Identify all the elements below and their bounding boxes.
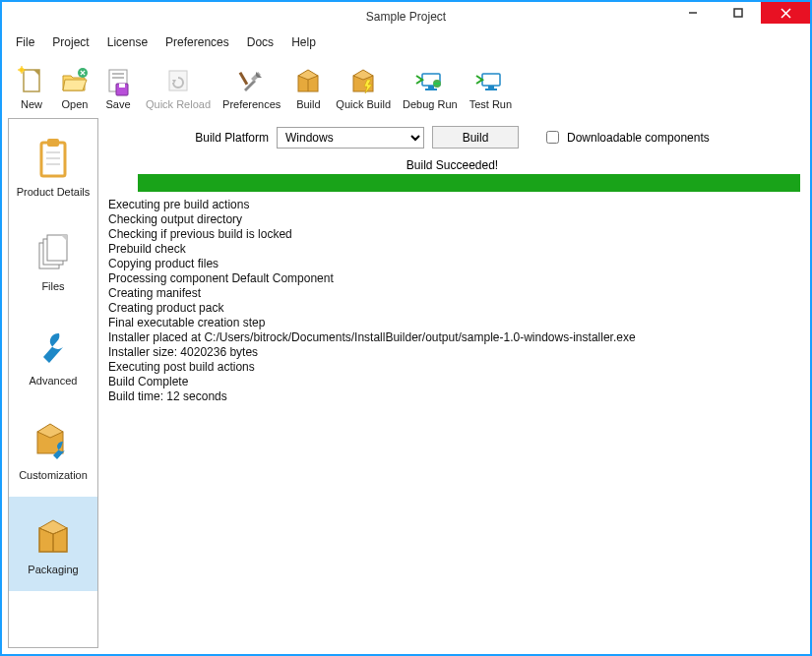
log-line: Prebuild check	[108, 242, 796, 257]
new-button[interactable]: New	[10, 57, 53, 112]
files-icon	[30, 229, 77, 276]
tab-customization[interactable]: Customization	[9, 402, 97, 497]
app-window: Sample Project File Project License Pref…	[0, 0, 812, 656]
svg-rect-14	[119, 84, 125, 88]
log-line: Creating manifest	[108, 286, 796, 301]
log-line: Checking if previous build is locked	[108, 227, 796, 242]
debug-run-button[interactable]: Debug Run	[397, 57, 464, 112]
new-file-icon	[16, 66, 47, 97]
svg-rect-32	[488, 86, 494, 89]
log-line: Checking output directory	[108, 212, 796, 227]
downloadable-checkbox[interactable]	[546, 131, 559, 144]
svg-rect-18	[238, 72, 248, 86]
minimize-button[interactable]	[670, 2, 716, 24]
svg-rect-31	[482, 74, 500, 86]
clipboard-icon	[30, 135, 77, 182]
log-line: Processing component Default Component	[108, 271, 796, 286]
menu-preferences[interactable]: Preferences	[157, 33, 237, 51]
menu-docs[interactable]: Docs	[239, 33, 281, 51]
test-run-button[interactable]: Test Run	[464, 57, 518, 112]
svg-rect-1	[734, 9, 742, 17]
tools-icon	[236, 66, 268, 97]
build-action-button[interactable]: Build	[432, 126, 519, 149]
quick-reload-button[interactable]: Quick Reload	[140, 57, 217, 112]
quick-box-icon	[347, 66, 379, 97]
svg-rect-27	[425, 89, 437, 90]
save-icon	[102, 66, 134, 97]
close-icon	[781, 8, 791, 19]
svg-rect-12	[112, 77, 124, 79]
save-button[interactable]: Save	[96, 57, 140, 112]
svg-rect-33	[485, 89, 497, 90]
menu-license[interactable]: License	[99, 33, 156, 51]
svg-rect-11	[112, 73, 124, 75]
log-line: Build time: 12 seconds	[108, 389, 796, 404]
log-line: Copying product files	[108, 257, 796, 271]
platform-label: Build Platform	[195, 131, 269, 145]
svg-rect-36	[47, 139, 59, 147]
build-controls: Build Platform Windows Build Downloadabl…	[100, 118, 804, 154]
tab-files[interactable]: Files	[9, 213, 97, 308]
run-monitor-icon	[474, 66, 506, 97]
log-line: Creating product pack	[108, 301, 796, 316]
log-line: Executing pre build actions	[108, 198, 796, 212]
svg-point-44	[60, 334, 66, 340]
log-line: Executing post build actions	[108, 360, 796, 375]
window-controls	[670, 2, 810, 31]
box-wrench-icon	[30, 418, 77, 465]
preferences-button[interactable]: Preferences	[217, 57, 286, 112]
maximize-button[interactable]	[716, 2, 761, 24]
open-folder-icon	[59, 66, 91, 97]
svg-rect-42	[47, 235, 67, 261]
toolbar: New Open Save Quick Reload Preferences	[2, 53, 810, 112]
log-line: Installer size: 4020236 bytes	[108, 345, 796, 360]
log-line: Build Complete	[108, 375, 796, 389]
box-icon	[292, 66, 324, 97]
window-title: Sample Project	[366, 10, 446, 24]
main-panel: Build Platform Windows Build Downloadabl…	[100, 118, 804, 648]
progress-bar	[138, 174, 800, 192]
package-icon	[30, 512, 77, 560]
menu-project[interactable]: Project	[44, 33, 96, 51]
tab-packaging[interactable]: Packaging	[9, 497, 97, 591]
maximize-icon	[733, 8, 743, 18]
debug-monitor-icon	[414, 66, 446, 97]
downloadable-label: Downloadable components	[567, 131, 710, 145]
log-line: Installer placed at C:/Users/bitrock/Doc…	[108, 330, 796, 345]
tab-product-details[interactable]: Product Details	[9, 119, 97, 213]
build-status: Build Succeeded!	[100, 154, 804, 174]
minimize-icon	[688, 8, 698, 18]
tab-advanced[interactable]: Advanced	[9, 308, 97, 402]
menu-help[interactable]: Help	[283, 33, 324, 51]
body-area: Product Details Files Advanced Customiza…	[2, 112, 810, 654]
open-button[interactable]: Open	[53, 57, 96, 112]
menubar: File Project License Preferences Docs He…	[2, 31, 810, 53]
menu-file[interactable]: File	[8, 33, 42, 51]
titlebar: Sample Project	[2, 2, 810, 31]
wrench-icon	[30, 324, 77, 371]
close-button[interactable]	[761, 2, 810, 24]
build-log[interactable]: Executing pre build actions Checking out…	[104, 196, 800, 644]
side-tabs: Product Details Files Advanced Customiza…	[8, 118, 98, 648]
build-button[interactable]: Build	[286, 57, 330, 112]
reload-icon	[162, 66, 194, 97]
svg-rect-26	[428, 86, 434, 89]
quick-build-button[interactable]: Quick Build	[330, 57, 397, 112]
log-line: Final executable creation step	[108, 316, 796, 330]
platform-select[interactable]: Windows	[277, 127, 424, 149]
